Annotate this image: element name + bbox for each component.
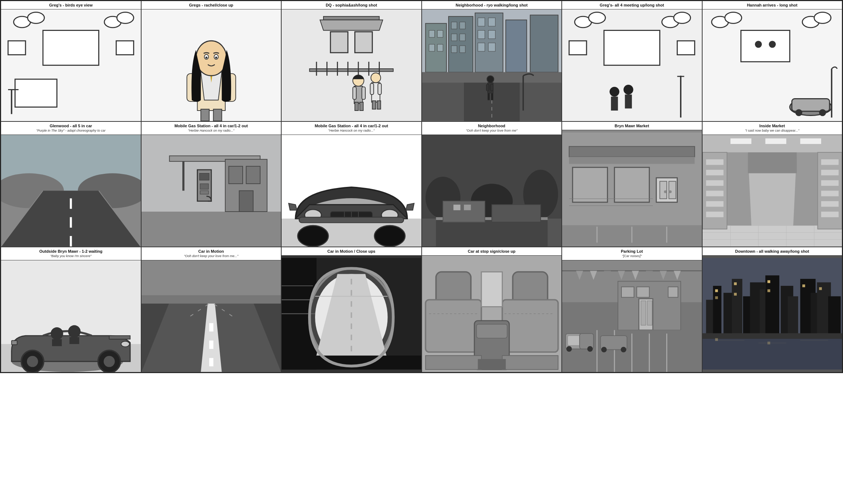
svg-rect-178: [706, 212, 723, 217]
svg-rect-175: [706, 180, 723, 186]
cell-header: Bryn Mawr Market: [562, 122, 702, 130]
svg-rect-116: [199, 173, 209, 180]
svg-rect-231: [502, 300, 558, 352]
cell-car-motion-closeup: Car in Motion / Close ups: [281, 247, 422, 372]
cell-image: [282, 256, 421, 372]
svg-point-97: [769, 41, 776, 48]
cell-title: Glenwood - all 5 in car: [3, 123, 139, 128]
svg-point-19: [215, 57, 217, 59]
cell-title: DQ - sophia&ash/long shot: [284, 3, 419, 8]
svg-rect-184: [821, 201, 838, 207]
svg-point-94: [814, 12, 831, 24]
cell-subtitle: "Herbie Hancock on my radio...": [144, 129, 279, 133]
svg-point-199: [68, 325, 81, 338]
cell-neighborhood-2: Neighborhood "Ooh don't keep your love f…: [422, 121, 562, 247]
cell-image: [142, 9, 281, 121]
cell-car-stop: Car at stop sign/close up: [422, 247, 562, 372]
cell-header: Outdside Bryn Mawr - 1-2 waiting "Baby y…: [1, 247, 141, 260]
cell-outside-bryn: Outdside Bryn Mawr - 1-2 waiting "Baby y…: [1, 247, 141, 372]
svg-rect-214: [209, 340, 213, 349]
svg-rect-38: [360, 102, 363, 111]
svg-rect-163: [765, 139, 786, 144]
svg-rect-88: [625, 95, 632, 108]
cell-title: Greg's- all 4 meeting up/long shot: [564, 3, 700, 8]
svg-rect-35: [353, 87, 357, 100]
svg-point-71: [487, 76, 494, 83]
cell-title: Outdside Bryn Mawr - 1-2 waiting: [3, 249, 139, 254]
svg-rect-75: [488, 93, 490, 100]
svg-rect-162: [730, 139, 751, 144]
svg-rect-64: [488, 43, 495, 51]
svg-rect-66: [530, 15, 558, 72]
svg-rect-22: [323, 16, 379, 20]
svg-rect-117: [200, 184, 208, 189]
svg-rect-76: [491, 93, 493, 100]
cell-gregs-rachel: Gregs - rachel/close up: [141, 1, 282, 121]
svg-rect-41: [370, 84, 374, 95]
cell-downtown: Downtown - all walking away/long shot: [702, 247, 843, 372]
svg-rect-233: [476, 324, 507, 338]
cell-header: Neighborhood - ryo walking/long shot: [422, 1, 562, 9]
cell-image: [1, 9, 141, 121]
svg-rect-287: [715, 289, 718, 292]
cell-neighborhood-ryo: Neighborhood - ryo walking/long shot: [422, 1, 562, 121]
svg-rect-122: [239, 191, 253, 212]
svg-rect-24: [355, 32, 372, 53]
svg-rect-25: [310, 69, 393, 72]
cell-image: [422, 256, 562, 372]
svg-rect-61: [478, 31, 485, 39]
cell-image: [562, 130, 702, 246]
svg-rect-189: [748, 152, 796, 173]
cell-image: [1, 135, 141, 247]
cell-inside-market: Inside Market "I said now baby we can di…: [702, 121, 843, 247]
cell-title: Bryn Mawr Market: [564, 123, 700, 128]
cell-header: Car in Motion "Ooh don't keep your love …: [142, 247, 281, 260]
svg-rect-254: [621, 287, 634, 297]
svg-rect-86: [611, 97, 618, 111]
cell-image: [562, 9, 702, 121]
cell-bryn-mawr: Bryn Mawr Market: [562, 121, 702, 247]
svg-rect-82: [604, 31, 660, 65]
cell-title: Downtown - all walking away/long shot: [705, 249, 840, 254]
svg-rect-73: [486, 84, 489, 91]
svg-rect-291: [767, 280, 770, 283]
cell-image: [142, 135, 281, 247]
svg-rect-185: [821, 212, 838, 217]
svg-rect-183: [821, 191, 838, 196]
svg-rect-288: [715, 296, 718, 299]
cell-image: [703, 256, 842, 372]
cell-gregs-birds: Greg's - birds eye view: [1, 1, 141, 121]
svg-rect-274: [713, 286, 721, 338]
storyboard: Greg's - birds eye view: [0, 0, 843, 373]
svg-point-197: [51, 327, 63, 340]
svg-rect-130: [299, 217, 404, 223]
cell-header: Inside Market "I said now baby we can di…: [703, 122, 842, 135]
svg-rect-65: [506, 20, 527, 72]
svg-rect-147: [573, 168, 608, 203]
svg-rect-182: [821, 180, 838, 186]
svg-point-195: [27, 356, 38, 367]
svg-rect-63: [478, 43, 485, 51]
svg-rect-200: [69, 337, 79, 344]
svg-rect-120: [228, 166, 242, 184]
svg-rect-289: [734, 283, 737, 285]
svg-rect-290: [734, 293, 737, 296]
cell-title: Gregs - rachel/close up: [144, 3, 279, 8]
svg-rect-237: [425, 356, 481, 369]
cell-subtitle: "[Car noises]": [564, 254, 700, 259]
svg-point-153: [669, 191, 672, 193]
svg-rect-286: [828, 296, 841, 338]
svg-rect-292: [767, 289, 770, 292]
svg-rect-121: [246, 166, 260, 184]
svg-rect-20: [200, 109, 209, 121]
svg-rect-37: [355, 102, 358, 111]
svg-rect-62: [488, 31, 495, 39]
cell-gregs-meeting: Greg's- all 4 meeting up/long shot: [562, 1, 702, 121]
cell-header: Car at stop sign/close up: [422, 247, 562, 256]
svg-rect-53: [460, 22, 465, 29]
svg-rect-99: [792, 99, 830, 112]
cell-header: Greg's- all 4 meeting up/long shot: [562, 1, 702, 9]
svg-rect-23: [330, 32, 348, 53]
svg-rect-36: [362, 87, 366, 100]
svg-rect-52: [451, 22, 457, 29]
